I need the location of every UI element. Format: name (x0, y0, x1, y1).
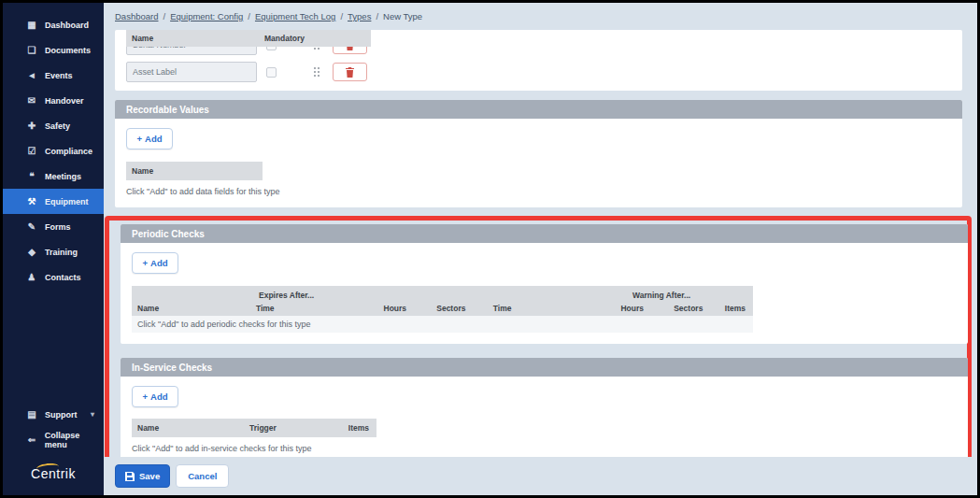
sidebar-item-label: Training (45, 248, 78, 257)
add-in-service-check-button[interactable]: + Add (132, 386, 178, 407)
delete-row-button[interactable] (333, 63, 367, 81)
sidebar-item-label: Events (45, 71, 73, 80)
handover-icon: ✉ (25, 95, 38, 106)
sidebar-item-documents[interactable]: ❏ Documents (3, 37, 104, 63)
field-name-input[interactable] (126, 62, 257, 82)
column-header-hours: Hours (615, 304, 668, 313)
sidebar-item-equipment[interactable]: ⚒ Equipment (3, 189, 104, 214)
column-header-sectors: Sectors (668, 304, 725, 313)
fields-card: Name Mandatory (115, 30, 962, 91)
periodic-checks-table: Expires After... Warning After... Name T… (132, 286, 753, 333)
periodic-checks-group-header-row: Expires After... Warning After... (132, 286, 753, 301)
section-title: Periodic Checks (132, 229, 205, 239)
recordable-values-section: Recordable Values + Add Name Click "Add"… (115, 100, 962, 207)
sidebar-item-label: Handover (45, 96, 84, 106)
in-service-checks-table: Name Trigger Items (132, 419, 376, 437)
trash-icon (346, 67, 354, 78)
dashboard-icon: ▦ (25, 20, 38, 30)
sidebar-item-label: Compliance (45, 147, 92, 156)
add-button-label: Add (150, 258, 167, 268)
meetings-icon: ❝ (25, 171, 38, 181)
column-header-name: Name (126, 34, 264, 43)
sidebar-item-label: Contacts (45, 273, 81, 282)
sidebar-bottom: ▤ Support ▾ ⇐ Collapse menu Centrik (3, 402, 104, 490)
recordable-values-table-header: Name (126, 162, 263, 180)
sidebar-item-training[interactable]: ◆ Training (3, 239, 104, 264)
red-highlight-box: Periodic Checks + Add Expires After... W… (105, 216, 972, 476)
collapse-menu-icon: ⇐ (25, 434, 38, 445)
add-button-label: Add (150, 391, 167, 402)
breadcrumb-separator: / (163, 11, 165, 21)
sidebar-item-dashboard[interactable]: ▦ Dashboard (3, 12, 104, 37)
column-header-trigger: Trigger (244, 423, 337, 433)
documents-icon: ❏ (25, 45, 38, 55)
table-row-asset-label (126, 62, 371, 82)
periodic-checks-empty-text: Click "Add" to add periodic checks for t… (132, 316, 753, 333)
recordable-values-body: + Add Name Click "Add" to add data field… (115, 119, 962, 207)
periodic-checks-body: + Add Expires After... Warning After... … (121, 243, 968, 344)
cancel-button[interactable]: Cancel (176, 464, 229, 488)
fields-table-header: Name Mandatory (126, 30, 371, 47)
sidebar-item-label: Dashboard (45, 21, 89, 30)
training-icon: ◆ (25, 247, 38, 257)
periodic-checks-section: Periodic Checks + Add Expires After... W… (121, 224, 968, 344)
breadcrumb-separator: / (248, 11, 250, 21)
save-icon (125, 472, 135, 481)
save-button[interactable]: Save (115, 464, 170, 488)
centrik-logo: Centrik (3, 465, 104, 490)
add-recordable-value-button[interactable]: + Add (126, 128, 173, 149)
save-button-label: Save (139, 471, 160, 481)
sidebar-item-label: Forms (45, 222, 71, 232)
equipment-icon: ⚒ (25, 196, 38, 206)
breadcrumb-link-dashboard[interactable]: Dashboard (115, 11, 158, 21)
breadcrumb-separator: / (340, 11, 343, 21)
sidebar-item-contacts[interactable]: ♟ Contacts (3, 264, 104, 290)
breadcrumb-link-equipment-tech-log[interactable]: Equipment Tech Log (255, 11, 335, 21)
group-header-warning-after: Warning After... (627, 291, 753, 300)
in-service-checks-column-header-row: Name Trigger Items (132, 419, 376, 437)
sidebar-item-safety[interactable]: ✚ Safety (3, 113, 104, 138)
section-header-in-service-checks: In-Service Checks (121, 358, 968, 377)
forms-icon: ✎ (25, 221, 38, 232)
add-periodic-check-button[interactable]: + Add (132, 252, 178, 274)
sidebar-item-label: Documents (45, 46, 91, 55)
column-header-mandatory: Mandatory (264, 34, 305, 43)
section-title: Recordable Values (126, 105, 209, 115)
sidebar-item-compliance[interactable]: ☑ Compliance (3, 138, 104, 164)
breadcrumb-link-types[interactable]: Types (348, 11, 371, 21)
sidebar-item-label: Support (45, 410, 78, 420)
column-header-time: Time (488, 304, 616, 313)
in-service-checks-body: + Add Name Trigger Items Click "Add" to … (121, 377, 968, 464)
app-window: ▦ Dashboard ❏ Documents ◄ Events ✉ Hando… (3, 3, 977, 495)
column-header-items: Items (725, 304, 753, 313)
sidebar-item-meetings[interactable]: ❝ Meetings (3, 164, 104, 189)
contacts-icon: ♟ (25, 272, 38, 282)
breadcrumb-link-equipment-config[interactable]: Equipment: Config (170, 11, 243, 21)
sidebar-item-collapse-menu[interactable]: ⇐ Collapse menu (3, 427, 104, 452)
sidebar-item-forms[interactable]: ✎ Forms (3, 214, 104, 239)
section-header-periodic-checks: Periodic Checks (121, 224, 968, 243)
main-area: Dashboard / Equipment: Config / Equipmen… (104, 3, 977, 495)
sidebar-nav: ▦ Dashboard ❏ Documents ◄ Events ✉ Hando… (3, 3, 104, 290)
column-header-items: Items (337, 423, 376, 433)
column-header-sectors: Sectors (431, 304, 488, 313)
section-title: In-Service Checks (132, 363, 212, 373)
support-icon: ▤ (25, 409, 38, 420)
section-header-recordable-values: Recordable Values (115, 100, 962, 119)
breadcrumb: Dashboard / Equipment: Config / Equipmen… (104, 3, 977, 30)
periodic-checks-column-header-row: Name Time Hours Sectors Time Hours Secto… (132, 301, 753, 316)
sidebar: ▦ Dashboard ❏ Documents ◄ Events ✉ Hando… (3, 3, 104, 495)
sidebar-item-label: Collapse menu (45, 431, 104, 449)
sidebar-item-events[interactable]: ◄ Events (3, 63, 104, 88)
chevron-down-icon: ▾ (91, 410, 94, 419)
sidebar-item-handover[interactable]: ✉ Handover (3, 88, 104, 113)
in-service-checks-empty-text: Click "Add" to add in-service checks for… (132, 444, 957, 453)
sidebar-item-label: Equipment (45, 197, 89, 206)
plus-icon: + (142, 391, 148, 402)
sidebar-item-support[interactable]: ▤ Support ▾ (3, 402, 104, 427)
column-header-name: Name (132, 304, 250, 313)
sidebar-item-label: Safety (45, 121, 70, 131)
footer-action-bar: Save Cancel (104, 457, 977, 495)
mandatory-checkbox[interactable] (266, 67, 277, 78)
drag-handle-icon[interactable] (314, 67, 320, 77)
